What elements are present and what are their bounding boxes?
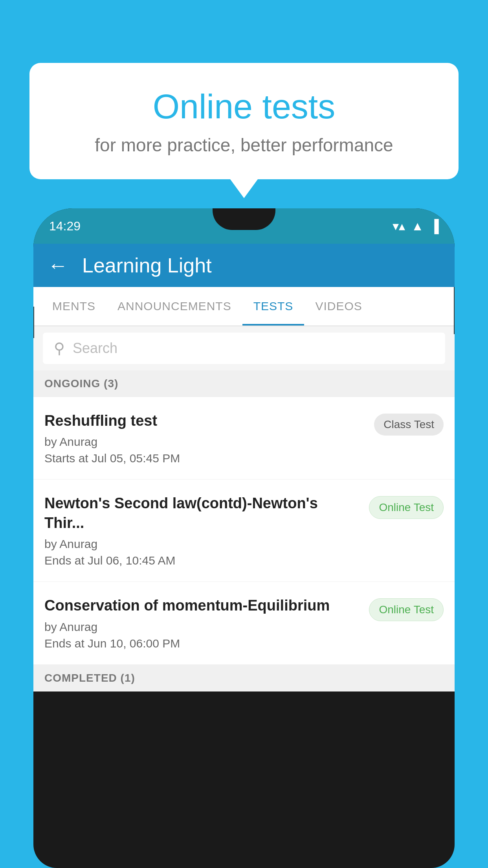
speech-bubble: Online tests for more practice, better p… <box>29 63 459 179</box>
speech-bubble-container: Online tests for more practice, better p… <box>29 63 459 179</box>
phone-volume-button <box>33 307 34 338</box>
app-title: Learning Light <box>82 254 212 277</box>
phone-frame: 14:29 ▾▴ ▲ ▐ ← Learning Light MENTS ANNO… <box>33 208 455 868</box>
phone-power-button <box>454 287 455 334</box>
status-icons: ▾▴ ▲ ▐ <box>393 219 439 234</box>
test-info-3: Conservation of momentum-Equilibrium by … <box>44 596 369 650</box>
wifi-icon: ▾▴ <box>393 219 405 234</box>
test-time-1: Starts at Jul 05, 05:45 PM <box>44 452 366 465</box>
tab-tests[interactable]: TESTS <box>242 287 305 326</box>
badge-class-test-1: Class Test <box>374 414 444 436</box>
test-info-2: Newton's Second law(contd)-Newton's Thir… <box>44 494 369 567</box>
tab-announcements[interactable]: ANNOUNCEMENTS <box>106 287 242 326</box>
search-bar[interactable]: ⚲ Search <box>43 333 445 364</box>
bubble-subtitle: for more practice, better performance <box>57 134 431 156</box>
test-author-2: by Anurag <box>44 537 361 551</box>
status-bar: 14:29 ▾▴ ▲ ▐ <box>33 208 455 244</box>
test-item-3[interactable]: Conservation of momentum-Equilibrium by … <box>33 582 455 664</box>
battery-icon: ▐ <box>430 219 439 234</box>
completed-section-header: COMPLETED (1) <box>33 665 455 691</box>
search-placeholder: Search <box>73 340 117 357</box>
test-title-1: Reshuffling test <box>44 411 366 430</box>
ongoing-section-header: ONGOING (3) <box>33 370 455 397</box>
bubble-title: Online tests <box>57 86 431 127</box>
test-info-1: Reshuffling test by Anurag Starts at Jul… <box>44 411 374 465</box>
phone-notch <box>213 208 275 230</box>
app-header: ← Learning Light <box>33 244 455 287</box>
tab-ments[interactable]: MENTS <box>41 287 106 326</box>
back-button[interactable]: ← <box>48 255 68 276</box>
test-item-1[interactable]: Reshuffling test by Anurag Starts at Jul… <box>33 397 455 480</box>
test-time-2: Ends at Jul 06, 10:45 AM <box>44 554 361 567</box>
search-icon: ⚲ <box>54 340 65 357</box>
test-title-3: Conservation of momentum-Equilibrium <box>44 596 361 615</box>
tab-videos[interactable]: VIDEOS <box>304 287 373 326</box>
badge-online-test-2: Online Test <box>369 496 444 519</box>
search-container: ⚲ Search <box>33 326 455 370</box>
test-title-2: Newton's Second law(contd)-Newton's Thir… <box>44 494 361 533</box>
badge-online-test-3: Online Test <box>369 598 444 621</box>
tabs-bar: MENTS ANNOUNCEMENTS TESTS VIDEOS <box>33 287 455 326</box>
status-time: 14:29 <box>49 219 81 234</box>
test-item-2[interactable]: Newton's Second law(contd)-Newton's Thir… <box>33 480 455 582</box>
test-time-3: Ends at Jun 10, 06:00 PM <box>44 637 361 650</box>
test-list: Reshuffling test by Anurag Starts at Jul… <box>33 397 455 665</box>
test-author-3: by Anurag <box>44 620 361 634</box>
signal-icon: ▲ <box>411 219 424 234</box>
test-author-1: by Anurag <box>44 435 366 449</box>
